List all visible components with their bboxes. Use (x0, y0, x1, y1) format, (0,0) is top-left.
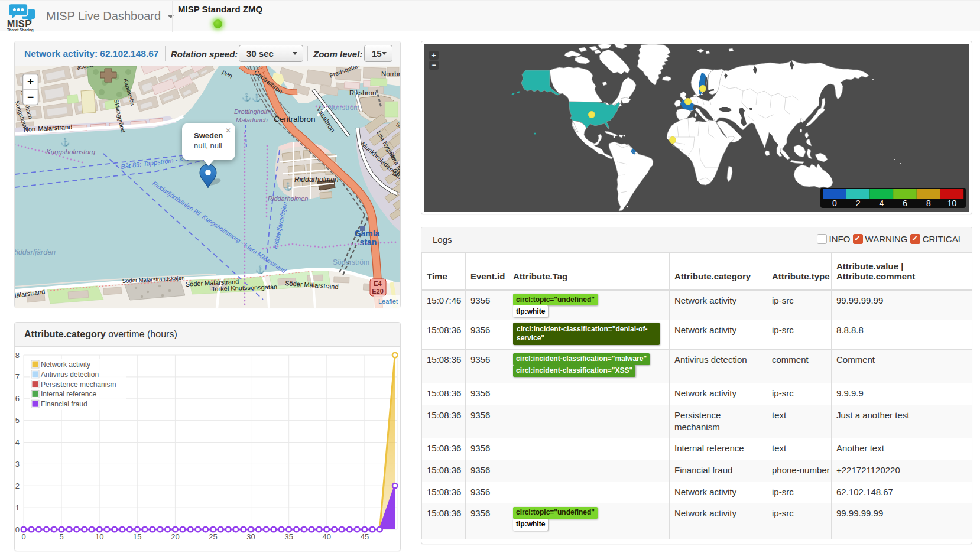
svg-text:Norrström: Norrström (328, 103, 359, 112)
svg-text:⚓: ⚓ (242, 92, 252, 102)
svg-text:Threat Sharing: Threat Sharing (7, 28, 34, 32)
svg-text:10: 10 (947, 199, 957, 208)
svg-text:0: 0 (21, 532, 25, 541)
svg-text:4: 4 (15, 438, 20, 447)
svg-text:4: 4 (880, 199, 884, 208)
svg-text:30: 30 (246, 532, 255, 541)
svg-text:Riksbron: Riksbron (349, 89, 376, 96)
svg-text:0: 0 (832, 199, 837, 208)
svg-text:Centralbron: Centralbron (274, 115, 316, 123)
svg-text:10: 10 (95, 532, 103, 541)
svg-text:Persistence mechanism: Persistence mechanism (41, 380, 116, 389)
svg-text:25: 25 (209, 532, 217, 541)
svg-text:7: 7 (15, 372, 20, 381)
svg-text:8: 8 (15, 351, 20, 360)
svg-text:3: 3 (15, 460, 20, 469)
svg-text:Kungsholmstorg: Kungsholmstorg (46, 148, 96, 155)
svg-text:8: 8 (926, 199, 931, 208)
svg-text:E4: E4 (374, 280, 382, 287)
svg-text:1: 1 (15, 503, 20, 512)
svg-text:Riddarfjärden: Riddarfjärden (15, 248, 56, 256)
svg-text:Leaflet: Leaflet (378, 298, 398, 305)
svg-text:null, null: null, null (194, 141, 222, 150)
svg-text:Riddarholmen: Riddarholmen (294, 175, 339, 184)
svg-text:40: 40 (323, 532, 331, 541)
svg-text:Norrbr: Norrbr (381, 70, 400, 77)
svg-text:2: 2 (15, 482, 20, 490)
svg-text:Mälarlunch: Mälarlunch (236, 116, 268, 123)
svg-text:Financial fraud: Financial fraud (41, 400, 87, 408)
svg-text:−: − (27, 91, 34, 103)
svg-text:E20: E20 (372, 288, 384, 295)
svg-text:stan: stan (360, 238, 377, 247)
svg-text:Network activity: Network activity (41, 360, 90, 369)
svg-text:15: 15 (133, 532, 141, 541)
svg-text:20: 20 (171, 532, 179, 541)
svg-text:Gamla: Gamla (355, 229, 380, 238)
svg-text:45: 45 (361, 532, 369, 541)
svg-text:Söderström: Söderström (333, 258, 369, 266)
svg-text:2: 2 (856, 199, 861, 208)
svg-text:⚓: ⚓ (60, 137, 70, 147)
svg-text:+: + (431, 51, 436, 60)
svg-text:Antivirus detection: Antivirus detection (41, 370, 99, 379)
svg-text:6: 6 (15, 394, 20, 403)
svg-text:5: 5 (15, 416, 20, 425)
svg-text:35: 35 (284, 532, 293, 541)
svg-text:5: 5 (59, 532, 63, 541)
svg-text:⚓: ⚓ (255, 265, 265, 275)
svg-text:−: − (431, 61, 436, 69)
svg-text:Internal reference: Internal reference (41, 390, 96, 398)
svg-text:+: + (27, 75, 34, 87)
svg-text:Riddarholmen: Riddarholmen (268, 195, 308, 202)
svg-text:⚓: ⚓ (252, 93, 262, 103)
svg-text:Drottingholm,: Drottingholm, (234, 108, 272, 115)
svg-text:6: 6 (903, 199, 907, 208)
svg-text:✕: ✕ (225, 126, 231, 135)
svg-text:Sweden: Sweden (194, 131, 223, 140)
svg-text:0: 0 (15, 525, 20, 534)
svg-text:⚓: ⚓ (283, 181, 293, 191)
svg-text:St: St (392, 167, 400, 178)
